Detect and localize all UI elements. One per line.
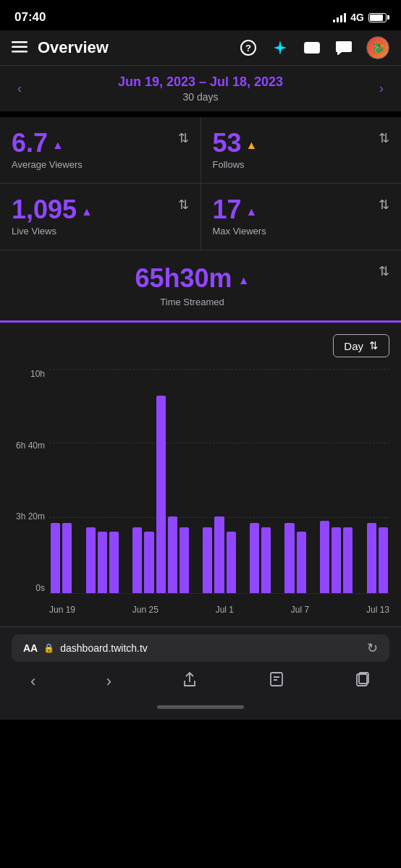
x-label-jul7: Jul 7 <box>291 605 309 615</box>
sparkle-icon[interactable] <box>271 38 290 57</box>
time-streamed-row: 65h30m ▲ Time Streamed ⇅ <box>0 250 401 323</box>
bars-container <box>49 369 389 593</box>
bar-15 <box>227 532 236 593</box>
chart-wrapper: 10h 6h 40m 3h 20m 0s Jun 19 Jun 25 Jul 1… <box>12 369 389 615</box>
next-date-button[interactable]: › <box>373 78 389 99</box>
svg-rect-1 <box>12 46 28 48</box>
avg-viewers-label: Average Viewers <box>12 159 172 170</box>
bar-11 <box>180 527 189 593</box>
day-selector-button[interactable]: Day ⇅ <box>333 334 389 357</box>
bar-14 <box>214 516 224 593</box>
forward-button[interactable]: › <box>99 669 119 694</box>
bar-25 <box>343 527 353 593</box>
time-streamed-value-row: 65h30m ▲ <box>12 263 373 294</box>
bookmarks-button[interactable] <box>261 668 292 695</box>
status-right: 4G <box>333 12 387 23</box>
stats-row-1: 6.7 ▲ Average Viewers ⇅ 53 ▲ Follows ⇅ <box>0 117 401 184</box>
bar-23 <box>320 521 329 593</box>
browser-nav: ‹ › <box>12 662 389 698</box>
bar-21 <box>297 532 306 593</box>
bar-27 <box>367 523 376 593</box>
help-icon[interactable]: ? <box>239 38 258 57</box>
home-bar <box>157 705 244 709</box>
chart-inner <box>49 369 389 593</box>
time-streamed-sort-icon[interactable]: ⇅ <box>379 263 389 279</box>
time-streamed-value: 65h30m <box>135 263 232 294</box>
x-label-jun19: Jun 19 <box>49 605 75 615</box>
battery-icon <box>368 13 387 22</box>
max-viewers-trend-icon: ▲ <box>246 205 258 218</box>
chevron-down-icon: ⇅ <box>369 339 379 352</box>
svg-rect-0 <box>12 41 28 43</box>
url-bar[interactable]: AA 🔒 dashboard.twitch.tv ↻ <box>12 634 389 662</box>
follows-sort-icon[interactable]: ⇅ <box>379 130 389 146</box>
bar-4 <box>98 532 107 593</box>
share-button[interactable] <box>174 668 205 695</box>
follows-trend-icon: ▲ <box>246 139 258 152</box>
url-text: dashboard.twitch.tv <box>60 642 361 654</box>
chart-header: Day ⇅ <box>12 334 389 357</box>
bar-13 <box>203 527 212 593</box>
max-viewers-sort-icon[interactable]: ⇅ <box>379 197 389 213</box>
browser-bar: AA 🔒 dashboard.twitch.tv ↻ ‹ › <box>0 626 401 720</box>
live-views-cell: 1,095 ▲ Live Views ⇅ <box>0 184 201 250</box>
svg-rect-6 <box>271 673 282 686</box>
prev-date-button[interactable]: ‹ <box>12 78 28 99</box>
bar-9 <box>156 396 166 593</box>
chat-icon[interactable] <box>334 38 353 57</box>
network-type: 4G <box>350 12 364 23</box>
time-streamed-content: 65h30m ▲ Time Streamed <box>12 263 373 307</box>
tabs-button[interactable] <box>347 668 378 695</box>
y-label-6h40m: 6h 40m <box>16 441 45 451</box>
page-title: Overview <box>38 38 239 57</box>
chart-x-labels: Jun 19 Jun 25 Jul 1 Jul 7 Jul 13 <box>49 605 389 615</box>
y-label-10h: 10h <box>30 369 45 379</box>
stats-row-2: 1,095 ▲ Live Views ⇅ 17 ▲ Max Viewers ⇅ <box>0 184 401 250</box>
live-views-sort-icon[interactable]: ⇅ <box>178 197 189 213</box>
x-label-jul1: Jul 1 <box>216 605 234 615</box>
hamburger-icon[interactable] <box>12 40 28 56</box>
x-label-jul13: Jul 13 <box>366 605 389 615</box>
stats-container: 6.7 ▲ Average Viewers ⇅ 53 ▲ Follows ⇅ <box>0 117 401 323</box>
font-size-button[interactable]: AA <box>23 642 38 654</box>
y-label-3h20m: 3h 20m <box>16 511 45 522</box>
avg-viewers-cell: 6.7 ▲ Average Viewers ⇅ <box>0 117 201 183</box>
bar-24 <box>332 527 341 593</box>
avg-viewers-value: 6.7 <box>12 130 48 156</box>
day-selector-label: Day <box>344 340 363 352</box>
x-label-jun25: Jun 25 <box>132 605 159 615</box>
time-streamed-trend-icon: ▲ <box>238 274 250 287</box>
avg-viewers-trend-icon: ▲ <box>52 139 64 152</box>
date-range-text: Jun 19, 2023 – Jul 18, 2023 <box>118 75 283 90</box>
signal-icon <box>333 12 346 22</box>
bar-17 <box>250 523 259 593</box>
y-label-0s: 0s <box>35 583 45 593</box>
nav-icons: ? 🐉 <box>239 36 389 59</box>
bar-0 <box>51 523 60 593</box>
refresh-button[interactable]: ↻ <box>367 640 378 656</box>
avg-viewers-value-row: 6.7 ▲ <box>12 130 172 156</box>
mail-icon[interactable] <box>303 38 321 57</box>
time-streamed-label: Time Streamed <box>12 297 373 307</box>
follows-value: 53 <box>213 130 242 156</box>
live-views-trend-icon: ▲ <box>81 205 93 218</box>
lock-icon: 🔒 <box>43 643 54 653</box>
live-views-content: 1,095 ▲ Live Views <box>12 197 172 237</box>
max-viewers-content: 17 ▲ Max Viewers <box>213 197 373 237</box>
follows-label: Follows <box>213 159 373 170</box>
status-time: 07:40 <box>14 10 46 25</box>
live-views-value-row: 1,095 ▲ <box>12 197 172 223</box>
bar-1 <box>62 523 72 593</box>
follows-value-row: 53 ▲ <box>213 130 373 156</box>
max-viewers-cell: 17 ▲ Max Viewers ⇅ <box>201 184 402 250</box>
back-button[interactable]: ‹ <box>23 669 43 694</box>
bar-10 <box>168 516 177 593</box>
avatar[interactable]: 🐉 <box>366 36 389 59</box>
follows-cell: 53 ▲ Follows ⇅ <box>201 117 402 183</box>
avg-viewers-content: 6.7 ▲ Average Viewers <box>12 130 172 170</box>
bar-7 <box>132 527 142 593</box>
bar-18 <box>261 527 271 593</box>
avg-viewers-sort-icon[interactable]: ⇅ <box>178 130 189 146</box>
chart-y-labels: 10h 6h 40m 3h 20m 0s <box>12 369 49 593</box>
grid-line-bottom <box>49 593 389 594</box>
